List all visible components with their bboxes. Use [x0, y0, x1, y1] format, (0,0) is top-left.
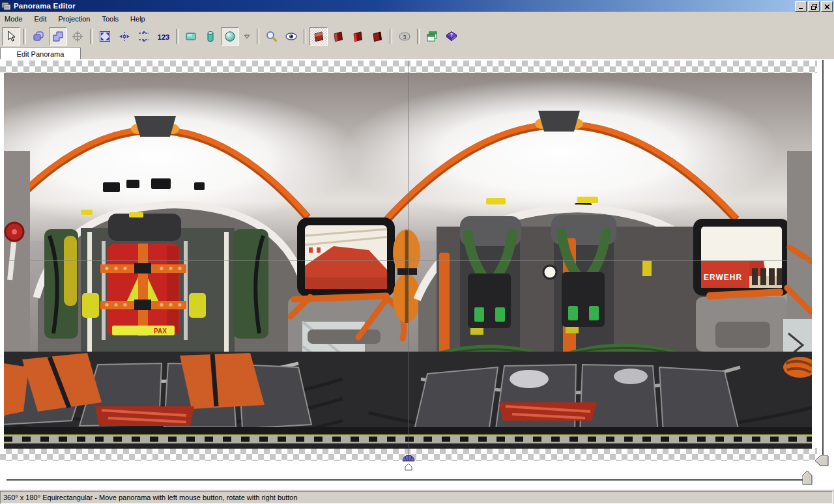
status-text: 360° x 180° Equirectangular - Move panor…: [0, 491, 833, 504]
svg-text:?: ?: [450, 33, 453, 37]
vertical-guide-handle[interactable]: [401, 454, 416, 471]
close-button[interactable]: [821, 1, 833, 12]
eye-icon: [285, 30, 298, 43]
vertical-slider-thumb[interactable]: [814, 455, 829, 466]
floor-and-seats: [4, 352, 812, 449]
toolbar-separator: [304, 29, 306, 44]
tab-edit-panorama[interactable]: Edit Panorama: [0, 47, 81, 60]
left-window: [297, 217, 395, 297]
toolbar-separator: [176, 29, 179, 44]
rectilinear-icon: [184, 30, 197, 43]
merged-images-icon: [51, 30, 65, 43]
red-image-flag-icon: [312, 30, 325, 43]
cylinder-icon: [204, 30, 217, 43]
horizontal-slider-thumb[interactable]: [802, 470, 812, 485]
cylindrical-projection-button[interactable]: [201, 27, 220, 46]
title-bar[interactable]: Panorama Editor: [0, 0, 834, 12]
fit-panorama-button[interactable]: [96, 27, 114, 46]
restore-button[interactable]: [808, 1, 820, 12]
panorama-mode-button[interactable]: [49, 27, 67, 46]
images-blended-button[interactable]: [309, 27, 328, 46]
toolbar: 123: [0, 25, 834, 47]
right-edge: [783, 151, 812, 384]
toolbar-separator: [257, 29, 259, 44]
crosshair-icon: [71, 30, 84, 43]
right-window: ERWEHR: [693, 219, 790, 296]
images-outlines-button[interactable]: [368, 27, 386, 46]
toolbar-separator: [417, 29, 420, 44]
dropdown-triangle-icon: [243, 33, 251, 40]
center-panorama-button[interactable]: [115, 27, 134, 46]
status-bar: 360° x 180° Equirectangular - Move panor…: [0, 490, 834, 504]
magnifier-icon: [265, 30, 278, 43]
menu-edit[interactable]: Edit: [30, 14, 51, 24]
zoom-button[interactable]: [263, 27, 281, 46]
projection-dropdown-button[interactable]: [240, 27, 253, 46]
vertical-guide-line: [409, 61, 409, 455]
numeric-transform-button[interactable]: 123: [154, 27, 173, 46]
fit-arrows-icon: [98, 30, 111, 43]
right-door-panel: [696, 288, 787, 352]
tab-row: Edit Panorama: [0, 47, 834, 59]
panorama-editor-window: Panorama Editor Mode Edit Projection Too…: [0, 0, 834, 504]
menu-help[interactable]: Help: [126, 14, 150, 24]
menu-tools[interactable]: Tools: [97, 14, 123, 24]
vertical-slider-track[interactable]: [822, 60, 824, 455]
help-book-icon: ?: [445, 30, 458, 43]
equirectangular-projection-button[interactable]: [221, 27, 239, 46]
overlapping-images-icon: [32, 30, 45, 43]
rectilinear-projection-button[interactable]: [182, 27, 200, 46]
fit-vertical-button[interactable]: [135, 27, 153, 46]
select-mode-button[interactable]: [2, 27, 20, 46]
sphere-icon: [223, 30, 237, 43]
minimize-button[interactable]: [795, 1, 807, 12]
crop-mode-button[interactable]: [68, 27, 87, 46]
images-seams-button[interactable]: [329, 27, 347, 46]
svg-text:3: 3: [403, 33, 406, 40]
toolbar-separator: [390, 29, 392, 44]
menu-projection[interactable]: Projection: [54, 14, 95, 24]
red-rescue-bag: PAX: [100, 244, 186, 336]
svg-text:123: 123: [158, 33, 169, 40]
menu-mode[interactable]: Mode: [0, 14, 27, 24]
image-numbers-button[interactable]: 3: [395, 27, 414, 46]
menu-bar: Mode Edit Projection Tools Help: [0, 12, 834, 25]
detail-viewer-button[interactable]: [423, 27, 441, 46]
toolbar-separator: [90, 29, 93, 44]
editor-canvas[interactable]: PAX: [0, 59, 834, 490]
source-images-mode-button[interactable]: [29, 27, 48, 46]
detail-window-icon: [425, 30, 439, 43]
numeric-transform-icon: 123: [156, 30, 171, 43]
svg-text:ERWEHR: ERWEHR: [704, 273, 742, 282]
red-image-flag-icon: [351, 30, 364, 43]
red-image-flag-icon: [332, 30, 345, 43]
horizontal-slider-track[interactable]: [7, 479, 805, 481]
app-icon: [1, 1, 12, 11]
cursor-icon: [5, 30, 18, 43]
red-image-flag-icon: [371, 30, 384, 43]
circled-number-icon: 3: [397, 30, 412, 43]
toolbar-separator: [23, 29, 26, 44]
preview-button[interactable]: [282, 27, 300, 46]
window-title: Panorama Editor: [14, 2, 76, 10]
images-individual-button[interactable]: [349, 27, 367, 46]
horizontal-guide-line: [4, 260, 812, 261]
help-button[interactable]: ?: [442, 27, 461, 46]
fit-height-icon: [137, 30, 151, 43]
center-arrows-icon: [118, 30, 131, 43]
svg-text:PAX: PAX: [154, 328, 167, 335]
